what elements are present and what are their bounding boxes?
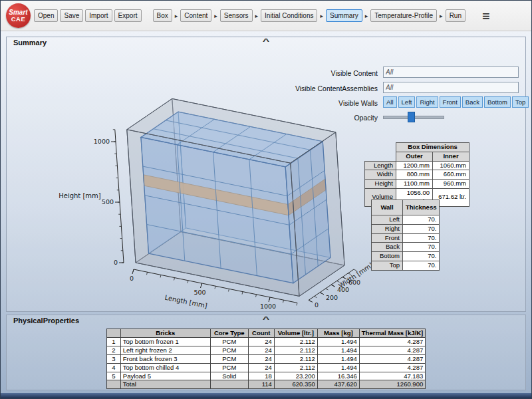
svg-text:0: 0 [130, 275, 134, 282]
hamburger-menu-icon[interactable]: ≡ [482, 9, 490, 23]
table-cell: Back [372, 243, 403, 252]
dims-cols-row: OuterInner [365, 152, 469, 161]
visible-content-assemblies-input[interactable] [383, 82, 519, 93]
table-cell [210, 380, 248, 389]
workflow-arrow-icon: ▸ [214, 13, 217, 19]
svg-text:0: 0 [114, 259, 118, 266]
table-cell: 4.287 [359, 363, 425, 372]
thickness-row: Top70. [372, 261, 440, 271]
table-cell: Bricks [120, 329, 210, 338]
logo-text-cae: CAE [11, 16, 26, 23]
table-cell: PCM [210, 363, 248, 372]
import-button[interactable]: Import [85, 9, 112, 22]
table-cell: 2.112 [274, 338, 317, 346]
opacity-slider-handle[interactable] [408, 112, 415, 122]
table-cell: 24 [248, 354, 274, 363]
window-bottom-edge [1, 393, 531, 398]
open-button[interactable]: Open [34, 9, 58, 22]
table-cell: 24 [248, 346, 274, 354]
thickness-row: Back70. [372, 243, 440, 252]
physical-properties-panel: PhysicalProperties ^ BricksCore TypeCoun… [6, 315, 526, 390]
table-cell: Wall [372, 200, 403, 215]
workflow-step-content[interactable]: Content [180, 9, 211, 22]
workflow-arrow-icon: ▸ [365, 13, 368, 19]
table-cell: PCM [210, 338, 248, 346]
physical-properties-collapse-icon[interactable]: ^ [263, 316, 270, 323]
props-row: 4Top bottom chilled 4PCM242.1121.4944.28… [106, 363, 425, 372]
dims-row: Length1200.mm1060.mm [365, 161, 469, 170]
table-cell: 2.112 [274, 354, 317, 363]
table-cell: 2 [106, 346, 120, 354]
table-cell: Box Dimensions [396, 143, 469, 152]
workflow-step-temperature-profile[interactable]: Temperature-Profile [370, 9, 437, 22]
visible-content-label: Visible Content [245, 69, 378, 77]
table-cell: Bottom [372, 252, 403, 261]
table-cell: Total [120, 380, 210, 389]
table-cell [106, 329, 120, 338]
table-cell: Height [365, 180, 396, 189]
table-cell: 3 [106, 354, 120, 363]
table-cell: Length [365, 161, 396, 170]
table-cell: 5 [106, 372, 120, 380]
smartcae-logo: Smart CAE [6, 3, 31, 28]
summary-panel-title: Summary [13, 39, 47, 47]
wall-toggle-right[interactable]: Right [416, 96, 438, 108]
wall-toggle-front[interactable]: Front [440, 96, 461, 108]
table-cell: Thermal Mass [kJ/K] [359, 329, 425, 338]
table-cell: Front back frozen 3 [120, 354, 210, 363]
table-cell: Left [372, 215, 403, 225]
table-cell: Top [372, 261, 403, 271]
workflow-arrow-icon: ▸ [175, 13, 178, 19]
thickness-row: Left70. [372, 215, 440, 225]
props-row: 5Payload 5Solid1823.20016.34647.183 [106, 372, 425, 380]
main-area: Summary ^ 05001000Height [mm]05001000Len… [1, 31, 531, 393]
workflow-step-run[interactable]: Run [446, 9, 466, 22]
table-cell: Mass [kg] [317, 329, 359, 338]
toolbar: Smart CAE OpenSaveImportExport Box▸Conte… [1, 1, 531, 31]
table-cell: Payload 5 [120, 372, 210, 380]
wall-toggle-all[interactable]: All [383, 96, 397, 108]
save-button[interactable]: Save [60, 9, 83, 22]
table-cell: 24 [248, 338, 274, 346]
table-cell: 114 [248, 380, 274, 389]
application-window: Smart CAE OpenSaveImportExport Box▸Conte… [0, 0, 532, 399]
wall-toggle-left[interactable]: Left [398, 96, 416, 108]
wall-toggle-back[interactable]: Back [462, 96, 483, 108]
table-cell: 800.mm [396, 170, 433, 180]
physical-properties-table-wrap: BricksCore TypeCountVolume [ltr.]Mass [k… [7, 328, 525, 389]
visible-content-input[interactable] [383, 66, 519, 78]
table-cell: Core Type [210, 329, 248, 338]
table-cell: 24 [248, 363, 274, 372]
table-cell: 1.494 [317, 354, 359, 363]
svg-text:1000: 1000 [94, 138, 110, 145]
workflow-step-box[interactable]: Box [153, 9, 172, 22]
table-cell: Width [365, 170, 396, 180]
props-total-row: Total114620.350437.6201260.900 [106, 380, 425, 389]
table-cell: Right [372, 224, 403, 233]
table-cell: 2.112 [274, 363, 317, 372]
table-cell: 70. [403, 252, 440, 261]
opacity-slider[interactable] [383, 112, 444, 121]
wall-toggle-bottom[interactable]: Bottom [484, 96, 511, 108]
visible-content-assemblies-label: Visible ContentAssemblies [245, 84, 378, 92]
opacity-label: Opacity [245, 114, 378, 122]
table-cell: 4 [106, 363, 120, 372]
wall-toggle-top[interactable]: Top [512, 96, 529, 108]
table-cell: Front [372, 233, 403, 243]
table-cell: 23.200 [274, 372, 317, 380]
summary-collapse-icon[interactable]: ^ [263, 38, 270, 45]
props-row: 2Left right frozen 2PCM242.1121.4944.287 [106, 346, 425, 354]
workflow-step-summary[interactable]: Summary [326, 9, 362, 22]
export-button[interactable]: Export [114, 9, 142, 22]
table-cell: 70. [403, 243, 440, 252]
table-cell [365, 152, 396, 161]
workflow-step-initial-conditions[interactable]: Initial Conditions [261, 9, 317, 22]
svg-text:Length [mm]: Length [mm] [164, 294, 208, 310]
workflow-step-sensors[interactable]: Sensors [220, 9, 253, 22]
table-cell: Volume [ltr.] [274, 329, 317, 338]
svg-text:500: 500 [102, 198, 114, 205]
table-cell: 47.183 [359, 372, 425, 380]
props-header-row: BricksCore TypeCountVolume [ltr.]Mass [k… [106, 329, 425, 338]
table-cell: 660.mm [433, 170, 469, 180]
workflow-button-group: Box▸Content▸Sensors▸Initial Conditions▸S… [153, 9, 466, 22]
